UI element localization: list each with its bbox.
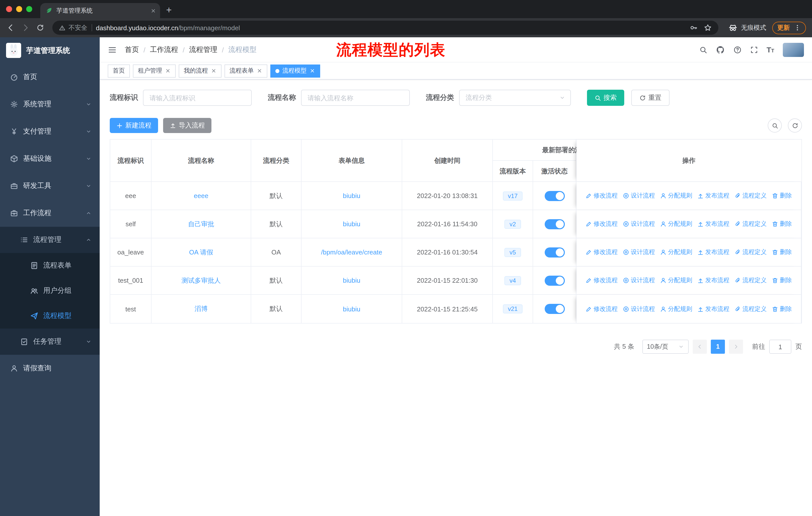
browser-update-button[interactable]: 更新 xyxy=(772,21,806,34)
active-toggle[interactable] xyxy=(545,191,564,201)
sidebar-item-process-form[interactable]: 流程表单 xyxy=(0,253,100,278)
breadcrumb-item-workflow[interactable]: 工作流程 xyxy=(150,45,178,54)
action-publish[interactable]: 发布流程 xyxy=(697,276,729,285)
close-icon[interactable] xyxy=(211,68,216,74)
active-toggle[interactable] xyxy=(545,275,564,286)
process-name-link[interactable]: OA 请假 xyxy=(189,248,213,257)
tag-home[interactable]: 首页 xyxy=(108,64,130,77)
create-process-button[interactable]: 新建流程 xyxy=(110,118,158,133)
action-definition[interactable]: 流程定义 xyxy=(734,305,767,313)
next-page-button[interactable] xyxy=(729,340,743,354)
process-key-input[interactable] xyxy=(143,90,252,106)
active-toggle[interactable] xyxy=(545,304,564,314)
action-publish[interactable]: 发布流程 xyxy=(697,248,729,256)
action-definition[interactable]: 流程定义 xyxy=(734,276,767,285)
page-number-button[interactable]: 1 xyxy=(711,340,725,354)
form-info-link[interactable]: biubiu xyxy=(343,277,360,284)
sidebar-item-leave-query[interactable]: 请假查询 xyxy=(0,355,100,382)
process-name-link[interactable]: 自己审批 xyxy=(188,219,214,228)
action-assign[interactable]: 分配规则 xyxy=(660,276,692,285)
form-info-link[interactable]: biubiu xyxy=(343,192,360,199)
process-name-link[interactable]: 测试多审批人 xyxy=(181,276,221,285)
sidebar-item-process-model[interactable]: 流程模型 xyxy=(0,303,100,329)
sidebar-item-process-management[interactable]: 流程管理 xyxy=(0,227,100,253)
action-assign[interactable]: 分配规则 xyxy=(660,220,692,228)
action-definition[interactable]: 流程定义 xyxy=(734,248,767,256)
close-icon[interactable] xyxy=(310,68,315,74)
app-logo[interactable]: 芋道管理系统 xyxy=(0,37,100,63)
process-name-link[interactable]: eeee xyxy=(194,192,208,199)
sidebar-item-task-management[interactable]: 任务管理 xyxy=(0,329,100,355)
tag-process-model[interactable]: 流程模型 xyxy=(270,64,320,77)
tag-my-process[interactable]: 我的流程 xyxy=(179,64,222,77)
action-design[interactable]: 设计流程 xyxy=(623,248,655,256)
action-publish[interactable]: 发布流程 xyxy=(697,220,729,228)
close-icon[interactable] xyxy=(165,68,171,74)
form-info-link[interactable]: biubiu xyxy=(343,220,360,228)
sidebar-item-workflow[interactable]: 工作流程 xyxy=(0,199,100,227)
process-category-select[interactable]: 流程分类 xyxy=(459,90,571,106)
back-icon[interactable] xyxy=(6,23,15,32)
action-modify[interactable]: 修改流程 xyxy=(585,191,618,200)
sidebar-item-infrastructure[interactable]: 基础设施 xyxy=(0,145,100,172)
close-icon[interactable] xyxy=(257,68,262,74)
sidebar-item-payment[interactable]: 支付管理 xyxy=(0,118,100,145)
action-delete[interactable]: 删除 xyxy=(772,191,792,200)
action-assign[interactable]: 分配规则 xyxy=(660,305,692,313)
action-design[interactable]: 设计流程 xyxy=(623,220,655,228)
security-status[interactable]: 不安全 xyxy=(59,23,87,32)
close-icon[interactable] xyxy=(150,8,156,13)
browser-menu-icon[interactable] xyxy=(794,24,801,31)
action-assign[interactable]: 分配规则 xyxy=(660,191,692,200)
fullscreen-icon[interactable] xyxy=(750,46,758,54)
sidebar-item-system[interactable]: 系统管理 xyxy=(0,91,100,118)
search-icon[interactable] xyxy=(699,46,707,54)
action-modify[interactable]: 修改流程 xyxy=(585,220,618,228)
github-icon[interactable] xyxy=(716,45,725,54)
user-avatar[interactable] xyxy=(783,43,804,57)
goto-page-input[interactable] xyxy=(769,340,791,354)
reset-button[interactable]: 重置 xyxy=(631,90,670,106)
action-publish[interactable]: 发布流程 xyxy=(697,191,729,200)
zoom-window-button[interactable] xyxy=(26,6,32,12)
action-delete[interactable]: 删除 xyxy=(772,305,792,313)
prev-page-button[interactable] xyxy=(693,340,707,354)
star-icon[interactable] xyxy=(704,24,712,32)
sidebar-item-user-group[interactable]: 用户分组 xyxy=(0,278,100,303)
action-design[interactable]: 设计流程 xyxy=(623,276,655,285)
action-assign[interactable]: 分配规则 xyxy=(660,248,692,256)
action-delete[interactable]: 删除 xyxy=(772,276,792,285)
help-icon[interactable] xyxy=(733,46,741,54)
action-design[interactable]: 设计流程 xyxy=(623,305,655,313)
action-publish[interactable]: 发布流程 xyxy=(697,305,729,313)
minimize-window-button[interactable] xyxy=(16,6,22,12)
refresh-table-button[interactable] xyxy=(788,118,802,133)
browser-tab[interactable]: 芋道管理系统 xyxy=(40,3,160,18)
reload-icon[interactable] xyxy=(36,24,44,32)
key-icon[interactable] xyxy=(690,24,698,32)
action-definition[interactable]: 流程定义 xyxy=(734,191,767,200)
form-info-link[interactable]: biubiu xyxy=(343,305,360,313)
action-modify[interactable]: 修改流程 xyxy=(585,276,618,285)
font-size-icon[interactable]: TT xyxy=(766,46,774,53)
active-toggle[interactable] xyxy=(545,219,564,229)
form-info-link[interactable]: /bpm/oa/leave/create xyxy=(321,248,382,256)
tag-tenant-management[interactable]: 租户管理 xyxy=(133,64,176,77)
search-button[interactable]: 搜索 xyxy=(587,90,624,106)
close-window-button[interactable] xyxy=(6,6,12,12)
sidebar-item-devtools[interactable]: 研发工具 xyxy=(0,172,100,199)
page-size-select[interactable]: 10条/页 xyxy=(642,340,689,354)
sidebar-item-home[interactable]: 首页 xyxy=(0,63,100,91)
action-design[interactable]: 设计流程 xyxy=(623,191,655,200)
action-modify[interactable]: 修改流程 xyxy=(585,305,618,313)
new-tab-button[interactable]: + xyxy=(166,5,172,15)
action-delete[interactable]: 删除 xyxy=(772,220,792,228)
process-name-link[interactable]: 滔博 xyxy=(195,304,208,314)
toggle-search-button[interactable] xyxy=(768,118,782,133)
forward-icon[interactable] xyxy=(21,23,30,32)
sidebar-collapse-button[interactable] xyxy=(108,45,117,54)
action-definition[interactable]: 流程定义 xyxy=(734,220,767,228)
action-delete[interactable]: 删除 xyxy=(772,248,792,256)
process-name-input[interactable] xyxy=(301,90,410,106)
action-modify[interactable]: 修改流程 xyxy=(585,248,618,256)
